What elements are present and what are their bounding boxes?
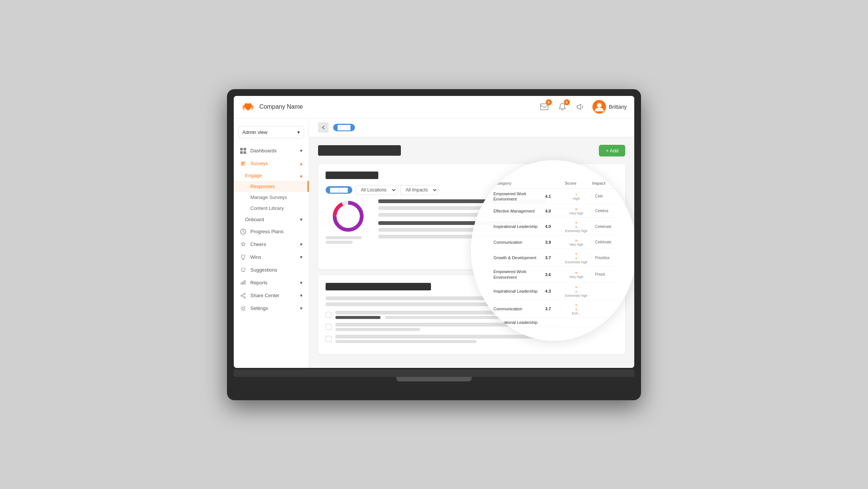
sidebar-item-surveys[interactable]: Surveys ▴: [234, 157, 309, 170]
sidebar-group-onboard[interactable]: Onboard ▾: [234, 214, 309, 225]
reports-chevron-icon: ▾: [300, 280, 303, 286]
view-selector-chevron-icon: ▾: [297, 129, 300, 135]
table-row: Effective Management 4.0 » Very high Cel…: [493, 204, 618, 218]
laptop-screen: Company Name 5 5: [234, 96, 634, 368]
user-menu[interactable]: Brittany: [592, 100, 627, 114]
sidebar-item-suggestions[interactable]: Suggestions: [234, 264, 309, 276]
sidebar-group-engage[interactable]: Engage ▴: [234, 170, 309, 181]
onboard-chevron-icon: ▾: [300, 217, 303, 222]
svg-point-2: [597, 103, 602, 108]
table-row: Empowered WorkEnvironment 3.6 » Very hig…: [493, 267, 618, 282]
sidebar-item-responses[interactable]: Responses: [234, 181, 309, 192]
table-row: Communication 3.7 »» Extr...: [493, 300, 618, 318]
svg-point-6: [244, 293, 245, 295]
wins-chevron-icon: ▾: [300, 254, 303, 260]
cheers-chevron-icon: ▾: [300, 241, 303, 247]
app-body: Admin view ▾ Dashboards ▾: [234, 118, 634, 368]
category-table-header: Category Score Impact: [493, 181, 618, 189]
share-chevron-icon: ▾: [300, 293, 303, 298]
main-content: ████ + Add ██████: [309, 118, 634, 368]
suggestions-icon: [240, 267, 247, 273]
sidebar-item-manage-surveys[interactable]: Manage Surveys: [234, 192, 309, 203]
sidebar-item-settings[interactable]: Settings ▾: [234, 302, 309, 315]
grid-icon: [240, 147, 247, 154]
svg-point-8: [244, 297, 245, 298]
donut-labels: [326, 236, 371, 244]
breadcrumb-pill: ████: [333, 124, 355, 131]
share-icon: [240, 292, 247, 299]
bell-badge: 5: [564, 99, 570, 105]
magnified-overlay: Category Score Impact Empowered WorkEnvi…: [471, 160, 634, 341]
reports-icon: [240, 279, 247, 286]
view-selector[interactable]: Admin view ▾: [238, 126, 304, 138]
back-button[interactable]: [318, 122, 329, 133]
checkbox-1[interactable]: [326, 312, 332, 318]
header-right: 5 5: [538, 100, 627, 114]
sidebar-item-cheers[interactable]: Cheers ▾: [234, 238, 309, 251]
engage-chevron-icon: ▴: [300, 173, 303, 178]
app-header: Company Name 5 5: [234, 96, 634, 118]
page-title-bar: + Add: [318, 145, 625, 156]
donut-chart: [326, 199, 371, 244]
surveys-chevron-icon: ▴: [300, 161, 303, 166]
content-header: ████: [309, 118, 634, 137]
checkbox-3[interactable]: [326, 336, 332, 342]
table-row: Inspirational Leadership 4.0 »» Extremel…: [493, 218, 618, 235]
dashboards-chevron-icon: ▾: [300, 148, 303, 153]
company-name-label: Company Name: [259, 103, 303, 110]
bell-button[interactable]: 5: [556, 101, 568, 113]
table-row: Empowered WorkEnvironment 4.1 › High Cel…: [493, 189, 618, 205]
laptop-stand: [396, 377, 472, 381]
card-section-title-1: [326, 172, 378, 179]
sidebar-item-wins[interactable]: Wins ▾: [234, 251, 309, 264]
filter-pill: ██████: [326, 186, 352, 194]
table-row: Growth & Development 3.7 »» Extremely hi…: [493, 249, 618, 267]
survey-card-1: ██████ All Locations All Impacts: [318, 164, 625, 269]
impacts-dropdown[interactable]: All Impacts: [400, 185, 438, 195]
content-body: + Add ██████ All Locations: [309, 137, 634, 368]
progress-icon: [240, 228, 247, 235]
settings-chevron-icon: ▾: [300, 305, 303, 311]
mail-badge: 5: [546, 99, 552, 105]
laptop-frame: Company Name 5 5: [227, 89, 641, 400]
sidebar-item-progress-plans[interactable]: Progress Plans: [234, 225, 309, 238]
laptop-base: [234, 369, 634, 377]
checkbox-2[interactable]: [326, 324, 332, 330]
user-name-label: Brittany: [609, 104, 627, 110]
logo-icon: [241, 100, 255, 114]
table-row: Communication 3.9 » Very high Celebrate: [493, 235, 618, 249]
cheers-icon: [240, 241, 247, 248]
user-avatar: [592, 100, 606, 114]
sidebar-item-dashboards[interactable]: Dashboards ▾: [234, 144, 309, 157]
table-row: Inspirational Leadership: [493, 318, 618, 327]
donut-svg: [331, 199, 365, 233]
page-title: [318, 145, 401, 156]
wins-icon: [240, 254, 247, 261]
category-table-body: Empowered WorkEnvironment 4.1 › High Cel…: [493, 189, 618, 328]
sidebar-item-content-library[interactable]: Content Library: [234, 203, 309, 214]
locations-dropdown[interactable]: All Locations: [355, 185, 397, 195]
notification-button[interactable]: [574, 101, 586, 113]
settings-icon: [240, 305, 247, 312]
announce-icon: [576, 103, 585, 111]
table-row: Inspirational Leadership 4.3 »» Extremel…: [493, 282, 618, 300]
sidebar: Admin view ▾ Dashboards ▾: [234, 118, 309, 368]
surveys-icon: [240, 160, 247, 167]
mail-button[interactable]: 5: [538, 101, 550, 113]
logo-area: Company Name: [241, 100, 317, 114]
card-section-title-2: [326, 283, 431, 290]
svg-point-7: [241, 295, 242, 296]
avatar-icon: [592, 100, 606, 114]
add-button[interactable]: + Add: [599, 145, 625, 156]
sidebar-item-reports[interactable]: Reports ▾: [234, 276, 309, 289]
sidebar-item-share-center[interactable]: Share Center ▾: [234, 289, 309, 302]
svg-point-9: [242, 307, 244, 310]
